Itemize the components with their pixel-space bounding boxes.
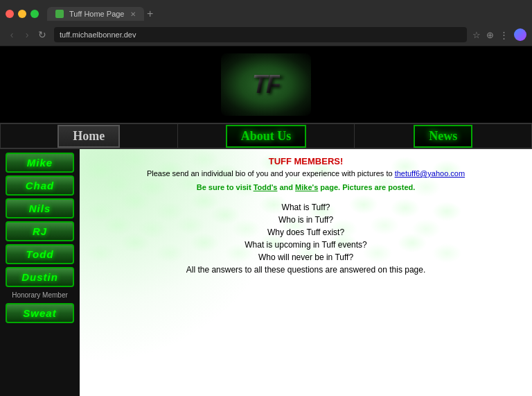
sidebar-item-todd[interactable]: Todd <box>6 244 74 264</box>
sidebar-item-rj[interactable]: RJ <box>6 221 74 241</box>
address-input[interactable] <box>54 27 467 42</box>
honorary-label: Honorary Member <box>6 290 74 300</box>
mike-link[interactable]: Mike's <box>295 183 318 191</box>
email-link[interactable]: thetuff6@yahoo.com <box>395 169 465 178</box>
minimize-button[interactable] <box>18 10 26 18</box>
visit-and: and <box>277 183 295 191</box>
traffic-lights <box>6 10 39 18</box>
tab-favicon <box>55 10 64 18</box>
avatar[interactable] <box>514 28 526 41</box>
extensions-icon[interactable]: ⊕ <box>486 30 494 40</box>
visit-prompt-before: Be sure to visit <box>197 183 254 191</box>
nav-buttons: ‹ › ↻ <box>6 29 48 40</box>
question-3: Why does Tuff exist? <box>94 227 518 237</box>
about-link[interactable]: About Us <box>226 125 307 148</box>
forward-button[interactable]: › <box>21 29 33 40</box>
email-prompt-text: Please send an individual bio of you and… <box>147 169 395 178</box>
todd-link[interactable]: Todd's <box>254 183 278 191</box>
email-prompt-line: Please send an individual bio of you and… <box>94 169 518 178</box>
sidebar-item-mike[interactable]: Mike <box>6 153 74 173</box>
home-link[interactable]: Home <box>57 125 120 148</box>
question-1: What is Tuff? <box>94 203 518 212</box>
menu-icon[interactable]: ⋮ <box>499 30 508 40</box>
tab-close-icon[interactable]: ✕ <box>130 10 136 18</box>
address-bar: ‹ › ↻ ☆ ⊕ ⋮ <box>0 24 532 46</box>
logo-text: TF <box>252 70 280 99</box>
answer-line: All the answers to all these questions a… <box>94 265 518 275</box>
content-area: TUFF MEMBERS! Please send an individual … <box>80 149 532 396</box>
sidebar-item-nils[interactable]: Nils <box>6 198 74 218</box>
sidebar: Mike Chad Nils RJ Todd Dustin Honorary M… <box>0 149 80 396</box>
visit-line: Be sure to visit Todd's and Mike's page.… <box>94 183 518 191</box>
new-tab-button[interactable]: + <box>147 8 153 20</box>
nav-item-news[interactable]: News <box>355 124 532 148</box>
maximize-button[interactable] <box>30 10 39 18</box>
back-button[interactable]: ‹ <box>6 29 18 40</box>
navigation-bar: Home About Us News <box>0 123 532 149</box>
active-tab[interactable]: Tuff Home Page ✕ <box>47 7 144 21</box>
sidebar-item-sweat[interactable]: Sweat <box>6 303 74 323</box>
reload-button[interactable]: ↻ <box>36 29 48 40</box>
tab-title: Tuff Home Page <box>69 10 125 18</box>
members-title: TUFF MEMBERS! <box>94 156 518 166</box>
browser-chrome: Tuff Home Page ✕ + ‹ › ↻ ☆ ⊕ ⋮ <box>0 0 532 46</box>
browser-actions: ☆ ⊕ ⋮ <box>472 28 526 41</box>
question-5: Who will never be in Tuff? <box>94 252 518 262</box>
main-layout: Mike Chad Nils RJ Todd Dustin Honorary M… <box>0 149 532 396</box>
page-content: TF Home About Us News Mike Chad Nils RJ … <box>0 46 532 396</box>
nav-item-about[interactable]: About Us <box>178 124 355 148</box>
question-4: What is upcoming in Tuff events? <box>94 240 518 250</box>
content-inner: TUFF MEMBERS! Please send an individual … <box>94 156 518 275</box>
question-2: Who is in Tuff? <box>94 215 518 225</box>
tab-bar: Tuff Home Page ✕ + <box>0 0 532 24</box>
logo-area: TF <box>0 46 532 123</box>
sidebar-item-chad[interactable]: Chad <box>6 175 74 196</box>
nav-item-home[interactable]: Home <box>0 124 178 148</box>
news-link[interactable]: News <box>414 125 472 148</box>
visit-prompt-after: page. Pictures are posted. <box>318 183 415 191</box>
close-button[interactable] <box>6 10 14 18</box>
logo-container: TF <box>221 53 311 116</box>
bookmark-icon[interactable]: ☆ <box>472 30 481 40</box>
sidebar-item-dustin[interactable]: Dustin <box>6 267 74 287</box>
